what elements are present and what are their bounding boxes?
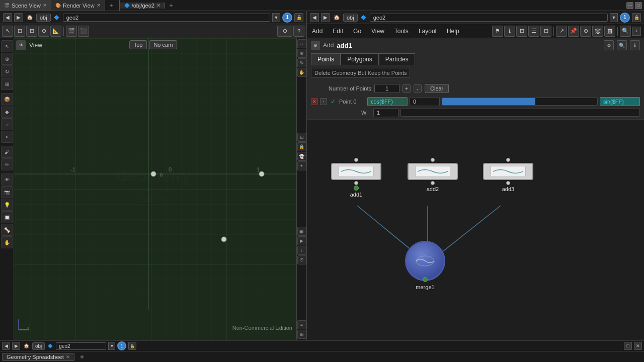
node-merge1[interactable]: merge1 (405, 241, 445, 290)
node-cols-btn[interactable]: ⊟ (540, 26, 551, 37)
bottom-panel-close-btn[interactable]: ✕ (634, 342, 642, 350)
scale-btn[interactable]: ⊞ (1, 78, 13, 90)
node-add1[interactable]: add1 (331, 158, 381, 198)
forward-btn-bottom[interactable]: ▶ (12, 342, 20, 350)
node-add2[interactable]: add2 (408, 158, 458, 192)
obj-mode-btn[interactable]: 🔲 (1, 211, 13, 223)
lock-btn[interactable]: 🔒 (297, 142, 306, 151)
point-x-field[interactable]: cos($FF) (367, 97, 408, 106)
point-y-field[interactable]: 0 (410, 97, 440, 106)
audio-btn[interactable]: ♪ (297, 246, 306, 255)
bone-btn[interactable]: 🦴 (1, 224, 13, 236)
menu-tools[interactable]: Tools (389, 24, 414, 38)
handle-btn[interactable]: ✋ (1, 236, 13, 248)
tab-render-view[interactable]: 🎨 Render View ✕ (51, 0, 105, 11)
measure-btn[interactable]: 📐 (50, 26, 61, 37)
view-pan-btn[interactable]: ✋ (297, 68, 306, 77)
edge-btn[interactable]: ⟋ (1, 118, 13, 130)
obj-btn-right[interactable]: obj (343, 14, 358, 22)
vis-btn[interactable]: 👁 (1, 173, 13, 186)
w-input[interactable] (373, 108, 398, 117)
clear-btn[interactable]: Clear (425, 84, 449, 93)
node-zoom-btn[interactable]: 1 (632, 27, 641, 36)
view-zoom-btn[interactable]: ⊕ (297, 49, 306, 58)
node-info-btn[interactable]: ℹ (504, 26, 515, 37)
obj-btn-left[interactable]: obj (36, 14, 51, 22)
tab-particles[interactable]: Particles (379, 53, 415, 65)
path-input-bottom[interactable] (56, 342, 106, 350)
panel-settings-btn[interactable]: ⚙ (604, 40, 614, 50)
nav-forward-btn-right[interactable]: ▶ (321, 13, 330, 22)
node-search-btn[interactable]: 🔍 (620, 26, 631, 37)
node-pin-btn[interactable]: 📌 (568, 26, 579, 37)
geo-spreadsheet-close[interactable]: ✕ (66, 354, 70, 359)
paint-btn[interactable]: 🖌 (1, 146, 13, 158)
vr-extra2-btn[interactable]: ⊞ (297, 330, 306, 339)
panel-search-btn[interactable]: 🔍 (617, 40, 627, 50)
window-maximize-btn[interactable]: □ (635, 2, 642, 9)
path-input-left[interactable] (63, 14, 270, 22)
num-points-input[interactable] (374, 84, 399, 93)
point-slider[interactable] (442, 98, 598, 106)
menu-layout[interactable]: Layout (414, 24, 442, 38)
subdivide-btn[interactable]: + (297, 161, 306, 170)
node-img-btn[interactable]: 🖼 (604, 26, 615, 37)
node-snap-btn[interactable]: ⊕ (580, 26, 591, 37)
select2-tool-btn[interactable]: ⊡ (14, 26, 25, 37)
select-tool-btn[interactable]: ↖ (2, 26, 13, 37)
num-points-dec-btn[interactable]: - (414, 84, 422, 93)
geo-spreadsheet-tab[interactable]: Geometry Spreadsheet ✕ (2, 353, 74, 361)
rotate-btn[interactable]: ↻ (1, 65, 13, 77)
node-add3[interactable]: add3 (483, 158, 533, 192)
lock-icon-right[interactable]: 🔒 (632, 13, 641, 22)
bottom-panel-shrink-btn[interactable]: □ (624, 342, 632, 350)
point-check[interactable]: ✓ (329, 98, 337, 106)
point-up-btn[interactable]: ↑ (320, 98, 327, 105)
obj-btn-bottom[interactable]: obj (32, 342, 45, 350)
orient-btn[interactable]: ⊙ (277, 26, 292, 37)
view-rot-btn[interactable]: ↻ (297, 58, 306, 67)
path-input-right[interactable] (370, 14, 608, 22)
panel-info-btn[interactable]: ℹ (630, 40, 640, 50)
ghost-btn[interactable]: 👻 (297, 152, 306, 161)
tab-polygons[interactable]: Polygons (341, 53, 378, 65)
lock-icon-left[interactable]: 🔒 (294, 13, 303, 22)
menu-view[interactable]: View (366, 24, 389, 38)
vr-extra-btn[interactable]: ≡ (297, 320, 306, 329)
level-circle-bottom[interactable]: 1 (117, 341, 126, 350)
top-dropdown[interactable]: Top (129, 40, 147, 49)
node-list-btn[interactable]: ☰ (528, 26, 539, 37)
point-remove-btn[interactable]: ✕ (311, 98, 318, 105)
help-btn[interactable]: ? (293, 26, 304, 37)
path-dropdown-bottom[interactable]: ▼ (108, 342, 115, 350)
node-net-btn[interactable]: 🕸 (592, 26, 603, 37)
render-region-btn[interactable]: ▣ (297, 227, 306, 236)
tab-close-render[interactable]: ✕ (97, 3, 101, 8)
level-circle-left[interactable]: 1 (282, 13, 292, 23)
tab-add-right[interactable]: ＋ (165, 1, 177, 10)
node-export-btn[interactable]: ↗ (556, 26, 567, 37)
level-circle-right[interactable]: 1 (620, 13, 630, 23)
transform-btn[interactable]: ⊞ (26, 26, 37, 37)
nav-back-btn-right[interactable]: ◀ (310, 13, 319, 22)
window-minimize-btn[interactable]: — (626, 2, 633, 9)
menu-add[interactable]: Add (307, 24, 328, 38)
face-btn[interactable]: ◆ (1, 106, 13, 118)
flipbook-btn[interactable]: ▶ (297, 236, 306, 245)
display-btn[interactable]: ⬛ (78, 26, 89, 37)
back-btn-bottom[interactable]: ◀ (2, 342, 10, 350)
path-dropdown-left[interactable]: ▼ (272, 13, 280, 22)
point-z-field[interactable]: sin($FF) (600, 97, 640, 106)
nav-back-btn-left[interactable]: ◀ (3, 13, 12, 22)
tab-scene-view[interactable]: 🎬 Scene View ✕ (0, 0, 51, 11)
sculpt-btn[interactable]: ✏ (1, 158, 13, 170)
light-btn[interactable]: 💡 (1, 199, 13, 211)
tab-add-left[interactable]: ＋ (105, 0, 117, 11)
cam-dropdown[interactable]: No cam (149, 40, 177, 49)
timeline-btn[interactable]: ⏱ (297, 255, 306, 264)
menu-edit[interactable]: Edit (328, 24, 348, 38)
node-flag-btn[interactable]: ⚑ (492, 26, 503, 37)
translate-btn[interactable]: ⊕ (1, 53, 13, 65)
tab-points[interactable]: Points (311, 53, 341, 65)
num-points-inc-btn[interactable]: + (403, 84, 411, 93)
